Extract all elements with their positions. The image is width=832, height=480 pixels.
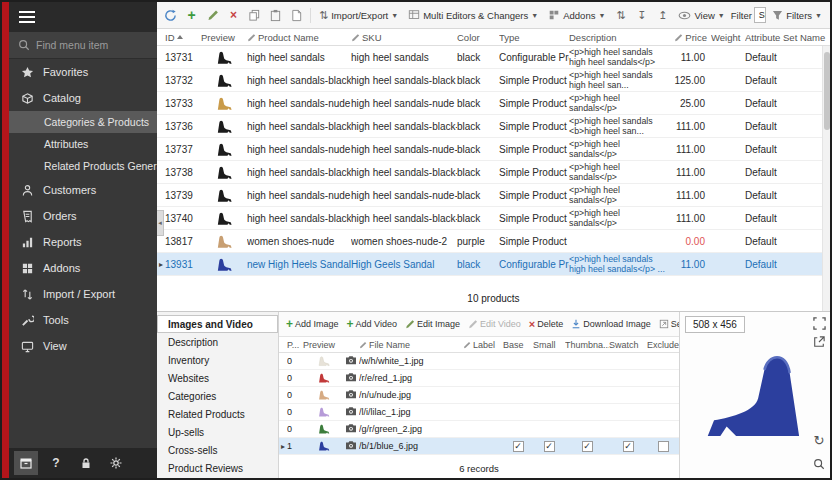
small-checkbox[interactable]: ✓ — [544, 441, 555, 452]
tab-images-and-video[interactable]: Images and Video — [157, 315, 278, 333]
table-row[interactable]: 13731 high heel sandalshigh heel sandals… — [157, 46, 830, 69]
sidebar-item-reports[interactable]: Reports — [9, 229, 157, 255]
table-row[interactable]: 13733 high heel sandals-nudehigh heel sa… — [157, 92, 830, 115]
paste-button[interactable] — [266, 6, 285, 25]
sidebar-item-catalog[interactable]: Catalog — [9, 85, 157, 111]
column-header-price[interactable]: Price — [669, 32, 711, 43]
base-checkbox[interactable]: ✓ — [513, 441, 524, 452]
filters-button[interactable]: Filters ▼ — [768, 7, 826, 24]
tab-product-reviews[interactable]: Product Reviews — [157, 459, 278, 477]
swatch-checkbox[interactable]: ✓ — [623, 441, 634, 452]
vertical-scrollbar[interactable] — [822, 46, 830, 311]
column-header-type[interactable]: Type — [499, 32, 569, 43]
column-header-swatch[interactable]: Swatch — [609, 340, 647, 350]
download-image-button[interactable]: Download Image — [568, 317, 654, 331]
sidebar-item-addons[interactable]: Addons — [9, 255, 157, 281]
image-row-selected[interactable]: ▸1 /b/1/blue_6.jpg ✓ ✓ ✓ ✓ — [279, 438, 679, 455]
tab-websites[interactable]: Websites — [157, 369, 278, 387]
open-external-button[interactable] — [811, 334, 827, 350]
column-header-color[interactable]: Color — [457, 32, 499, 43]
sidebar-collapse-handle[interactable]: ◂ — [157, 210, 164, 236]
add-image-button[interactable]: +Add Image — [283, 316, 342, 332]
expand-icon: ↧ — [637, 10, 646, 21]
sidebar-item-customers[interactable]: Customers — [9, 177, 157, 203]
sidebar-item-import-export[interactable]: Import / Export — [9, 281, 157, 307]
help-button[interactable]: ? — [44, 451, 68, 475]
collapse-all-button[interactable]: ↥ — [653, 6, 672, 25]
column-header-attr-set[interactable]: Attribute Set Name — [745, 32, 830, 43]
tab-up-sells[interactable]: Up-sells — [157, 423, 278, 441]
search-input[interactable] — [36, 39, 136, 51]
edit-product-button[interactable] — [203, 6, 222, 25]
store-button[interactable] — [14, 451, 38, 475]
column-header-base[interactable]: Base — [503, 340, 533, 350]
copy-button[interactable] — [245, 6, 264, 25]
filter-select[interactable]: Show products from selected categories ▼ — [754, 7, 766, 23]
scrollbar-thumb[interactable] — [824, 52, 830, 130]
expand-all-button[interactable]: ↧ — [632, 6, 651, 25]
tab-inventory[interactable]: Inventory — [157, 351, 278, 369]
column-header-thumbnail[interactable]: Thumbna... — [565, 340, 609, 350]
chevron-down-icon: ▼ — [718, 12, 725, 19]
hamburger-menu-icon[interactable] — [19, 8, 35, 26]
sidebar-item-orders[interactable]: Orders — [9, 203, 157, 229]
edit-video-button[interactable]: Edit Video — [465, 317, 524, 331]
delete-product-button[interactable]: × — [224, 6, 243, 25]
refresh-button[interactable] — [161, 6, 180, 25]
edit-image-button[interactable]: Edit Image — [402, 317, 463, 331]
column-header-small[interactable]: Small — [533, 340, 565, 350]
delete-image-button[interactable]: ×Delete — [526, 317, 566, 332]
settings-button[interactable] — [104, 451, 128, 475]
column-header-id[interactable]: ID — [165, 32, 201, 43]
addons-button[interactable]: Addons ▼ — [544, 6, 609, 24]
download-icon — [571, 319, 581, 329]
import-export-button[interactable]: ⇅ Import/Export ▼ — [315, 7, 402, 24]
fullscreen-button[interactable] — [811, 315, 827, 331]
column-header-label[interactable]: Label — [463, 340, 503, 350]
table-row[interactable]: 13736 high heel sandals-black-36high hee… — [157, 115, 830, 138]
multi-editors-button[interactable]: Multi Editors & Changers ▼ — [404, 6, 542, 24]
duplicate-button[interactable] — [287, 6, 306, 25]
add-product-button[interactable]: + — [182, 6, 201, 25]
view-button[interactable]: View ▼ — [674, 7, 728, 24]
image-row[interactable]: 0 /w/h/white_1.jpg — [279, 353, 679, 370]
column-header-preview[interactable]: Preview — [201, 32, 247, 43]
sidebar-item-favorites[interactable]: Favorites — [9, 59, 157, 85]
table-row[interactable]: 13737 high heel sandals-nude-36high heel… — [157, 138, 830, 161]
table-row[interactable]: 13739 high heel sandals-nude-37high heel… — [157, 184, 830, 207]
add-video-button[interactable]: +Add Video — [344, 316, 400, 332]
sidebar-item-tools[interactable]: Tools — [9, 307, 157, 333]
column-header-weight[interactable]: Weight — [711, 32, 745, 43]
column-header-position[interactable]: P... — [287, 340, 303, 350]
column-header-exclude[interactable]: Exclude — [647, 340, 679, 350]
sort-columns-button[interactable]: ⇅ — [611, 6, 630, 25]
column-header-name[interactable]: Product Name — [247, 32, 351, 43]
set-resize-rule-button[interactable]: Set Resize Rule▼ — [656, 317, 679, 331]
table-row-selected[interactable]: ▸13931 new High Heels SandalsHigh Geels … — [157, 253, 830, 276]
exclude-checkbox[interactable] — [658, 441, 669, 452]
image-row[interactable]: 0 /l/i/lilac_1.jpg — [279, 404, 679, 421]
tab-categories[interactable]: Categories — [157, 387, 278, 405]
column-header-sku[interactable]: SKU — [351, 32, 457, 43]
tab-related-products[interactable]: Related Products — [157, 405, 278, 423]
table-row[interactable]: 13738 high heel sandals-black-37high hee… — [157, 161, 830, 184]
tab-cross-sells[interactable]: Cross-sells — [157, 441, 278, 459]
image-row[interactable]: 0 /n/u/nude.jpg — [279, 387, 679, 404]
column-header-preview[interactable]: Preview — [303, 340, 345, 350]
tab-description[interactable]: Description — [157, 333, 278, 351]
image-row[interactable]: 0 /g/r/green_2.jpg — [279, 421, 679, 438]
rotate-button[interactable]: ↻ — [811, 432, 827, 448]
column-header-description[interactable]: Description — [569, 32, 669, 43]
column-header-file-name[interactable]: File Name — [359, 340, 463, 350]
sidebar-item-view[interactable]: View — [9, 333, 157, 359]
sidebar-item-categories-products[interactable]: Categories & Products — [9, 111, 157, 133]
table-row[interactable]: 13732 high heel sandals-blackhigh heel s… — [157, 69, 830, 92]
image-row[interactable]: 0 /r/e/red_1.jpg — [279, 370, 679, 387]
sidebar-item-related-products-generator[interactable]: Related Products Generator — [9, 155, 157, 177]
lock-button[interactable] — [74, 451, 98, 475]
table-row[interactable]: 13817 women shoes-nudewomen shoes-nude-2… — [157, 230, 830, 253]
table-row[interactable]: 13740 high heel sandals-black-38high hee… — [157, 207, 830, 230]
zoom-button[interactable] — [811, 456, 827, 472]
thumbnail-checkbox[interactable]: ✓ — [582, 441, 593, 452]
sidebar-item-attributes[interactable]: Attributes — [9, 133, 157, 155]
